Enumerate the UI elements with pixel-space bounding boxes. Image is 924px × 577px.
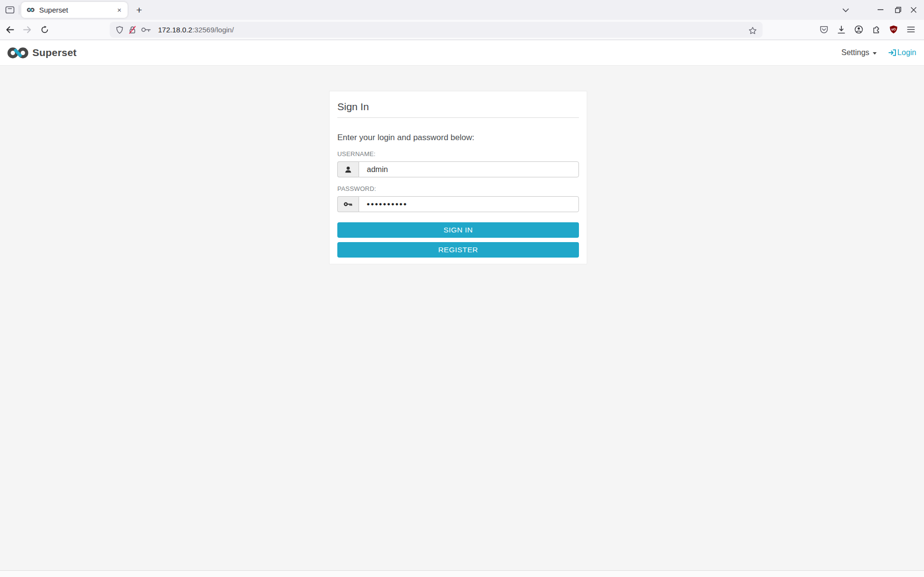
- tab-title: Superset: [39, 6, 114, 14]
- bookmark-star-button[interactable]: [747, 25, 758, 36]
- card-title: Sign In: [337, 98, 579, 118]
- browser-toolbar: 172.18.0.2:32569/login/: [0, 20, 924, 40]
- account-button[interactable]: [852, 23, 866, 36]
- ublock-button[interactable]: uO: [887, 23, 900, 36]
- menu-button[interactable]: [904, 23, 918, 36]
- settings-menu[interactable]: Settings: [841, 48, 877, 57]
- key-icon: [344, 201, 353, 207]
- username-label: USERNAME:: [337, 150, 579, 158]
- minimize-window-button[interactable]: [874, 3, 887, 16]
- close-window-icon: [910, 7, 917, 13]
- extensions-button[interactable]: [869, 23, 883, 36]
- close-window-button[interactable]: [907, 3, 920, 16]
- superset-navbar: Superset Settings Login: [0, 40, 924, 66]
- reload-icon: [41, 26, 49, 34]
- login-icon: [888, 49, 896, 57]
- pocket-icon: [820, 26, 828, 34]
- url-bar[interactable]: 172.18.0.2:32569/login/: [110, 22, 763, 38]
- restore-window-button[interactable]: [891, 3, 905, 16]
- sign-in-card: Sign In Enter your login and password be…: [329, 91, 587, 264]
- superset-brand-link[interactable]: Superset: [7, 46, 76, 60]
- back-button[interactable]: [3, 23, 16, 36]
- forward-button[interactable]: [20, 23, 34, 36]
- brand-text: Superset: [32, 47, 76, 58]
- sign-in-button[interactable]: SIGN IN: [337, 222, 579, 238]
- downloads-button[interactable]: [835, 23, 848, 36]
- tabs-dropdown-button[interactable]: [839, 3, 852, 17]
- instruction-text: Enter your login and password below:: [337, 133, 579, 143]
- account-icon: [854, 25, 863, 34]
- page-viewport: Superset Settings Login: [0, 40, 924, 577]
- extensions-icon: [872, 26, 881, 34]
- login-link[interactable]: Login: [888, 48, 916, 57]
- download-icon: [837, 26, 845, 34]
- register-button[interactable]: REGISTER: [337, 242, 579, 258]
- close-tab-button[interactable]: ×: [114, 5, 125, 15]
- forward-icon: [23, 26, 31, 33]
- menu-icon: [907, 27, 915, 32]
- password-label: PASSWORD:: [337, 185, 579, 192]
- firefox-view-icon: [5, 6, 14, 14]
- settings-label: Settings: [841, 48, 869, 57]
- superset-logo: [7, 46, 29, 60]
- tracking-shield-icon[interactable]: [116, 26, 124, 34]
- caret-down-icon: [873, 52, 877, 55]
- user-icon: [344, 166, 352, 173]
- tab-separator: [19, 5, 19, 14]
- tab-bar: Superset × +: [0, 0, 924, 20]
- username-input[interactable]: [359, 161, 579, 177]
- password-input-group: [337, 196, 579, 212]
- back-icon: [6, 26, 14, 33]
- ublock-icon: uO: [889, 25, 898, 34]
- password-addon: [337, 196, 359, 212]
- browser-tab-superset[interactable]: Superset ×: [21, 2, 128, 18]
- pocket-button[interactable]: [817, 23, 831, 36]
- passkey-icon[interactable]: [141, 27, 151, 33]
- page-footer-divider: [0, 570, 924, 577]
- firefox-view-button[interactable]: [3, 3, 16, 16]
- restore-icon: [895, 7, 901, 13]
- bookmark-star-icon: [749, 27, 757, 34]
- url-host: 172.18.0.2: [158, 26, 192, 34]
- new-tab-button[interactable]: +: [132, 3, 146, 17]
- minimize-icon: [878, 9, 883, 10]
- tabs-dropdown-icon: [842, 8, 849, 13]
- url-path: :32569/login/: [192, 26, 234, 34]
- url-text: 172.18.0.2:32569/login/: [158, 26, 234, 34]
- username-input-group: [337, 161, 579, 177]
- username-addon: [337, 161, 359, 177]
- browser-window: Superset × +: [0, 0, 924, 577]
- reload-button[interactable]: [38, 23, 51, 36]
- password-input[interactable]: [359, 196, 579, 212]
- svg-text:uO: uO: [891, 28, 895, 31]
- insecure-lock-icon[interactable]: [128, 26, 137, 34]
- login-label: Login: [897, 48, 916, 57]
- superset-favicon: [27, 7, 35, 13]
